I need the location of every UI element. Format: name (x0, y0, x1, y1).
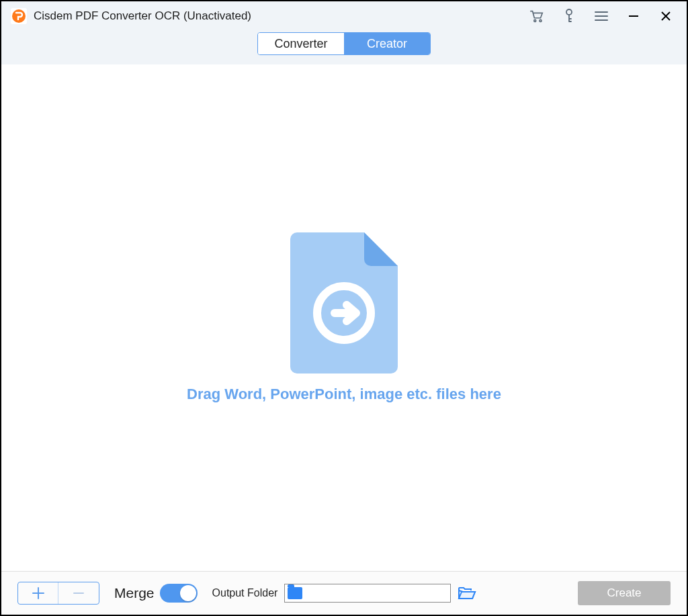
mode-tab-group: Converter Creator (257, 32, 431, 55)
merge-label: Merge (114, 585, 155, 601)
title-controls (529, 9, 673, 24)
toggle-knob (180, 585, 196, 601)
svg-point-1 (534, 19, 536, 21)
tab-converter-label: Converter (274, 37, 327, 51)
output-folder-field[interactable] (284, 584, 451, 603)
close-button[interactable] (658, 9, 673, 24)
output-folder-label: Output Folder (212, 587, 278, 599)
create-button[interactable]: Create (578, 581, 671, 605)
create-button-label: Create (607, 586, 641, 600)
tab-creator-label: Creator (367, 37, 407, 51)
svg-point-3 (566, 9, 572, 15)
merge-toggle[interactable] (160, 584, 198, 603)
hamburger-menu-icon[interactable] (594, 9, 609, 24)
minimize-button[interactable] (626, 9, 641, 24)
browse-folder-button[interactable] (458, 585, 476, 601)
tab-bar: Converter Creator (1, 31, 687, 64)
tab-converter[interactable]: Converter (258, 33, 344, 54)
remove-file-button[interactable] (58, 582, 99, 604)
title-bar: Cisdem PDF Converter OCR (Unactivated) (1, 1, 687, 31)
app-logo-icon (11, 8, 27, 24)
drop-area[interactable]: Drag Word, PowerPoint, image etc. files … (1, 64, 687, 571)
svg-point-2 (540, 19, 542, 21)
key-icon[interactable] (562, 9, 576, 24)
output-folder-group: Output Folder (212, 584, 477, 603)
merge-control: Merge (114, 584, 198, 603)
app-window: Cisdem PDF Converter OCR (Unactivated) (0, 0, 688, 616)
document-arrow-icon (290, 232, 398, 373)
add-file-button[interactable] (18, 582, 58, 604)
drop-hint-text: Drag Word, PowerPoint, image etc. files … (187, 386, 501, 403)
app-title: Cisdem PDF Converter OCR (Unactivated) (34, 9, 523, 23)
bottom-toolbar: Merge Output Folder Create (1, 571, 687, 615)
cart-icon[interactable] (529, 9, 544, 24)
folder-icon (288, 587, 302, 599)
add-remove-group (17, 582, 99, 605)
tab-creator[interactable]: Creator (344, 33, 430, 54)
